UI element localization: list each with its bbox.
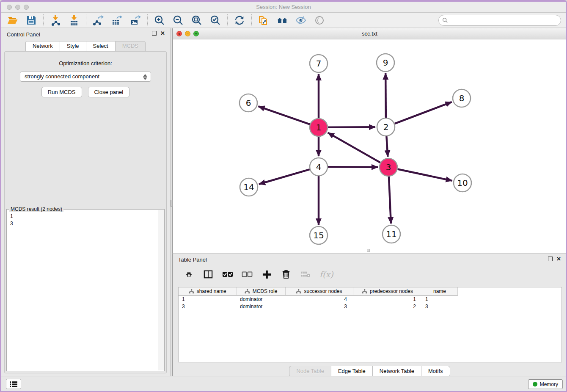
network-window-title: scc.txt (173, 30, 566, 37)
tab-motifs[interactable]: Motifs (421, 366, 450, 377)
network-window-titlebar[interactable]: x − + scc.txt (173, 28, 566, 39)
export-table-icon[interactable] (111, 14, 123, 26)
graph-edge-2-9[interactable] (385, 73, 386, 118)
graph-node-label: 11 (386, 229, 396, 239)
table-cell[interactable]: 3 (422, 303, 457, 310)
function-builder-icon: f(x) (319, 270, 333, 279)
refresh-icon[interactable] (234, 14, 245, 26)
deselect-all-icon[interactable] (242, 269, 253, 280)
dropdown-selected-value: strongly connected component (25, 73, 99, 80)
mcds-result-box: MCDS result (2 nodes) 1 3 (6, 209, 165, 371)
close-panel-icon[interactable]: ✕ (160, 31, 165, 36)
delete-icon[interactable] (281, 269, 292, 280)
graph-edge-3-10[interactable] (398, 169, 452, 181)
tab-select[interactable]: Select (86, 41, 115, 51)
table-panel: Table Panel ✕ (173, 254, 566, 378)
zoom-out-icon[interactable] (172, 14, 184, 26)
table-cell-filler (457, 295, 561, 303)
close-table-panel-icon[interactable]: ✕ (556, 257, 561, 261)
control-panel-title: Control Panel (7, 31, 40, 38)
graph-node-label: 3 (386, 162, 391, 172)
graph-edge-3-11[interactable] (389, 177, 391, 224)
column-header-shared-name[interactable]: shared name (179, 287, 237, 295)
table-cell[interactable]: dominator (237, 295, 285, 303)
result-scrollbar[interactable] (158, 210, 164, 370)
import-table-icon[interactable] (68, 14, 80, 26)
graph-node-label: 10 (457, 178, 468, 188)
table-cell[interactable]: 1 (422, 295, 457, 303)
graph-edge-2-3[interactable] (386, 136, 388, 157)
tab-edge-table[interactable]: Edge Table (331, 366, 372, 377)
table-cell[interactable]: 3 (285, 303, 353, 310)
presentation-eye-icon[interactable] (314, 14, 325, 26)
tab-network-table[interactable]: Network Table (372, 366, 421, 377)
add-icon[interactable] (261, 269, 272, 280)
memory-label: Memory (540, 381, 558, 387)
table-cell[interactable]: 1 (179, 295, 237, 303)
column-header-filler (457, 287, 561, 295)
column-header-name[interactable]: name (422, 287, 457, 295)
task-history-button[interactable] (6, 379, 21, 389)
optimization-criterion-select[interactable]: strongly connected component (20, 72, 151, 82)
node-table[interactable]: shared nameMCDS rolesuccessor nodesprede… (178, 287, 562, 362)
column-header-predecessor-nodes[interactable]: predecessor nodes (353, 287, 422, 295)
graph-node-label: 9 (383, 58, 388, 68)
network-canvas[interactable]: 7968124314101511 (173, 39, 566, 253)
export-network-icon[interactable] (92, 14, 104, 26)
graph-edge-2-8[interactable] (395, 102, 452, 124)
zoom-fit-icon[interactable] (191, 14, 203, 26)
gear-icon[interactable] (183, 269, 194, 280)
select-all-icon[interactable] (222, 269, 233, 280)
table-row[interactable]: 1dominator411 (179, 295, 561, 303)
app-window: Session: New Session (0, 0, 567, 392)
optimization-criterion-label: Optimization criterion: (5, 60, 166, 66)
import-network-icon[interactable] (50, 14, 61, 26)
window-title: Session: New Session (1, 4, 566, 10)
canvas-resize-grip[interactable] (367, 249, 370, 252)
table-cell[interactable]: 1 (353, 295, 422, 303)
table-row[interactable]: 3dominator323 (179, 303, 561, 310)
run-mcds-button[interactable]: Run MCDS (41, 87, 82, 97)
save-session-icon[interactable] (25, 14, 37, 26)
tab-style[interactable]: Style (60, 41, 86, 51)
close-panel-button[interactable]: Close panel (88, 87, 130, 97)
hide-details-icon[interactable] (295, 14, 307, 26)
graph-edge-1-6[interactable] (259, 106, 310, 124)
memory-button[interactable]: Memory (528, 379, 563, 389)
column-header-MCDS-role[interactable]: MCDS role (237, 287, 285, 295)
network-window: x − + scc.txt 7968124314101511 (173, 28, 566, 253)
chevron-updown-icon (143, 74, 147, 80)
mcds-tab-content: Optimization criterion: strongly connect… (4, 51, 167, 373)
clone-network-icon[interactable] (258, 14, 270, 26)
table-cell[interactable]: 4 (285, 295, 353, 303)
zoom-selected-icon[interactable] (209, 14, 221, 26)
float-table-panel-icon[interactable] (548, 257, 553, 261)
graph-node-label: 14 (243, 182, 254, 192)
control-panel: Control Panel ✕ Network Style Select MCD… (1, 28, 170, 376)
mcds-result-text[interactable]: 1 3 (8, 210, 157, 370)
search-input[interactable] (448, 16, 561, 25)
tab-node-table[interactable]: Node Table (289, 366, 331, 377)
graph-edge-1-2[interactable] (328, 127, 375, 127)
search-field[interactable] (438, 15, 561, 26)
column-header-successor-nodes[interactable]: successor nodes (285, 287, 353, 295)
export-image-icon[interactable] (129, 14, 141, 26)
tab-network[interactable]: Network (25, 41, 60, 51)
titlebar: Session: New Session (1, 2, 566, 13)
first-neighbors-icon[interactable] (276, 14, 288, 26)
float-panel-icon[interactable] (152, 31, 157, 36)
graph-node-label: 4 (316, 162, 322, 172)
memory-status-icon (533, 382, 537, 386)
graph-edge-4-14[interactable] (259, 169, 310, 184)
status-bar: Memory (1, 376, 566, 391)
table-panel-title: Table Panel (178, 257, 207, 263)
tab-mcds[interactable]: MCDS (115, 41, 146, 51)
table-cell[interactable]: dominator (237, 303, 285, 310)
table-cell[interactable]: 2 (353, 303, 422, 310)
zoom-in-icon[interactable] (154, 14, 165, 26)
graph-edge-3-1[interactable] (328, 133, 380, 163)
graph-edge-4-3[interactable] (328, 167, 378, 167)
open-file-icon[interactable] (7, 14, 19, 26)
table-cell[interactable]: 3 (179, 303, 237, 310)
columns-icon[interactable] (203, 269, 214, 280)
